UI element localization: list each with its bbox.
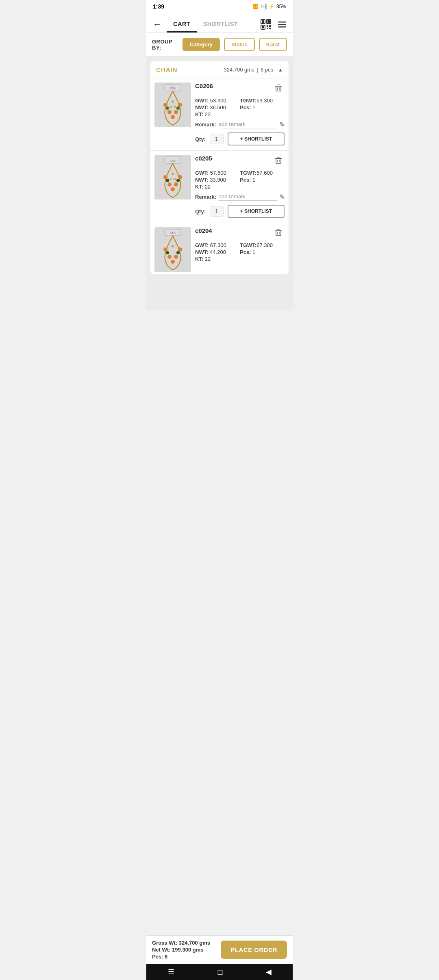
- status-bar: 1:39 📶 ⁙𝄞 ⚡ 85%: [146, 0, 293, 13]
- svg-point-19: [178, 103, 182, 107]
- svg-point-48: [172, 245, 174, 247]
- category-stats: 324.700 gms | 6 pcs ▲: [224, 67, 283, 73]
- remark-label-0: Remark:: [195, 121, 216, 128]
- svg-point-47: [176, 251, 180, 254]
- qty-shortlist-row-0: Qty: 1 + SHORTLIST: [195, 132, 285, 145]
- svg-rect-25: [276, 86, 281, 91]
- remark-edit-icon-1[interactable]: ✎: [279, 193, 285, 201]
- svg-rect-8: [267, 28, 268, 29]
- header-icons: [260, 19, 288, 30]
- kt-label-2: KT: 22: [195, 256, 240, 262]
- remark-row-0: Remark: add remark ✎: [195, 121, 285, 128]
- stats-divider: |: [257, 67, 258, 73]
- signal-icon: ⁙𝄞: [260, 4, 267, 9]
- category-total-pcs: 6 pcs: [261, 67, 273, 73]
- svg-point-35: [172, 173, 174, 175]
- svg-point-45: [178, 247, 182, 252]
- group-by-karat-button[interactable]: Karat: [259, 38, 287, 51]
- svg-text:TAG: TAG: [170, 232, 176, 234]
- group-by-label: GROUP BY:: [152, 39, 178, 51]
- status-time: 1:39: [153, 3, 164, 10]
- svg-point-28: [163, 175, 167, 179]
- nwt-label-1: NWT: 33.900: [195, 177, 240, 183]
- tgwt-label-2: TGWT:67.300: [240, 242, 285, 248]
- remark-row-1: Remark: add remark ✎: [195, 193, 285, 201]
- product-details-2: GWT: 67.300 TGWT:67.300 NWT: 44.200 Pcs:…: [195, 242, 285, 262]
- qr-icon[interactable]: [260, 19, 272, 30]
- svg-point-23: [170, 106, 172, 108]
- remark-label-1: Remark:: [195, 194, 216, 200]
- battery-icon: ⚡: [269, 4, 275, 9]
- product-card-0: TAG: [150, 78, 289, 151]
- svg-point-34: [176, 179, 180, 182]
- svg-point-31: [174, 182, 178, 186]
- product-image-0: TAG: [154, 82, 191, 127]
- svg-point-43: [171, 260, 175, 264]
- remark-text-1[interactable]: add remark: [219, 193, 277, 201]
- status-icons: 📶 ⁙𝄞 ⚡ 85%: [252, 4, 286, 9]
- svg-point-36: [170, 178, 172, 180]
- svg-point-21: [176, 106, 180, 110]
- shortlist-button-1[interactable]: + SHORTLIST: [228, 205, 285, 218]
- delete-button-0[interactable]: [272, 82, 285, 95]
- svg-rect-11: [278, 24, 286, 25]
- svg-text:TAG: TAG: [170, 159, 176, 162]
- svg-point-15: [163, 103, 167, 107]
- product-details-0: GWT: 53.300 TGWT:53.300 NWT: 36.500 Pcs:…: [195, 98, 285, 117]
- menu-icon[interactable]: [276, 19, 288, 30]
- svg-point-24: [174, 106, 176, 108]
- remark-edit-icon-0[interactable]: ✎: [279, 121, 285, 128]
- pcs-label-1: Pcs: 1: [240, 177, 285, 183]
- svg-rect-5: [262, 26, 264, 28]
- svg-text:TAG: TAG: [170, 87, 176, 90]
- remark-text-0[interactable]: add remark: [219, 121, 277, 128]
- gwt-label-1: GWT: 57.600: [195, 170, 240, 176]
- svg-rect-38: [276, 158, 281, 163]
- tgwt-label-1: TGWT:57.600: [240, 170, 285, 176]
- qty-label-1: Qty:: [195, 208, 206, 215]
- product-header-row-1: c0205: [195, 155, 285, 167]
- nwt-label-2: NWT: 44.200: [195, 249, 240, 255]
- svg-point-16: [167, 110, 172, 114]
- qty-value-0[interactable]: 1: [210, 134, 224, 144]
- product-card-2: TAG c0204: [150, 223, 289, 274]
- svg-point-17: [171, 115, 175, 119]
- category-name: CHAIN: [156, 66, 178, 73]
- product-details-1: GWT: 57.600 TGWT:57.600 NWT: 33.900 Pcs:…: [195, 170, 285, 190]
- qty-value-1[interactable]: 1: [210, 206, 224, 217]
- tab-shortlist[interactable]: SHORTLIST: [197, 16, 244, 33]
- bluetooth-icon: 📶: [252, 4, 259, 9]
- back-button[interactable]: ←: [151, 17, 163, 31]
- header: ← CART SHORTLIST: [146, 13, 293, 33]
- svg-point-20: [166, 106, 169, 110]
- tab-cart[interactable]: CART: [167, 16, 197, 33]
- svg-rect-49: [276, 231, 281, 236]
- main-content: CHAIN 324.700 gms | 6 pcs ▲ TAG: [146, 56, 293, 310]
- product-info-1: c0205 GWT: 57.600 TGWT:57.600 NWT: 33.90…: [195, 155, 285, 218]
- shortlist-button-0[interactable]: + SHORTLIST: [228, 132, 285, 145]
- group-by-category-button[interactable]: Category: [183, 38, 220, 51]
- svg-point-46: [166, 251, 169, 254]
- product-image-1: TAG: [154, 155, 191, 199]
- svg-rect-10: [278, 22, 286, 23]
- svg-rect-3: [267, 20, 270, 23]
- qty-shortlist-row-1: Qty: 1 + SHORTLIST: [195, 205, 285, 218]
- product-id-2: c0204: [195, 227, 212, 234]
- group-by-status-button[interactable]: Status: [224, 38, 255, 51]
- gwt-label-2: GWT: 67.300: [195, 242, 240, 248]
- product-header-row-0: C0206: [195, 82, 285, 95]
- collapse-arrow-icon[interactable]: ▲: [278, 67, 283, 73]
- svg-point-22: [172, 100, 174, 103]
- pcs-label-2: Pcs: 1: [240, 249, 285, 255]
- gwt-label-0: GWT: 53.300: [195, 98, 240, 104]
- svg-point-18: [174, 110, 178, 114]
- group-by-bar: GROUP BY: Category Status Karat: [146, 33, 293, 56]
- svg-point-30: [171, 187, 175, 191]
- product-info-2: c0204 GWT: 67.300 TGWT:67.300 NWT: 44.20…: [195, 227, 285, 272]
- category-total-grams: 324.700 gms: [224, 67, 254, 73]
- category-header[interactable]: CHAIN 324.700 gms | 6 pcs ▲: [150, 61, 289, 78]
- product-id-1: c0205: [195, 155, 212, 162]
- delete-button-1[interactable]: [272, 155, 285, 167]
- battery-percent: 85%: [276, 4, 286, 9]
- delete-button-2[interactable]: [272, 227, 285, 240]
